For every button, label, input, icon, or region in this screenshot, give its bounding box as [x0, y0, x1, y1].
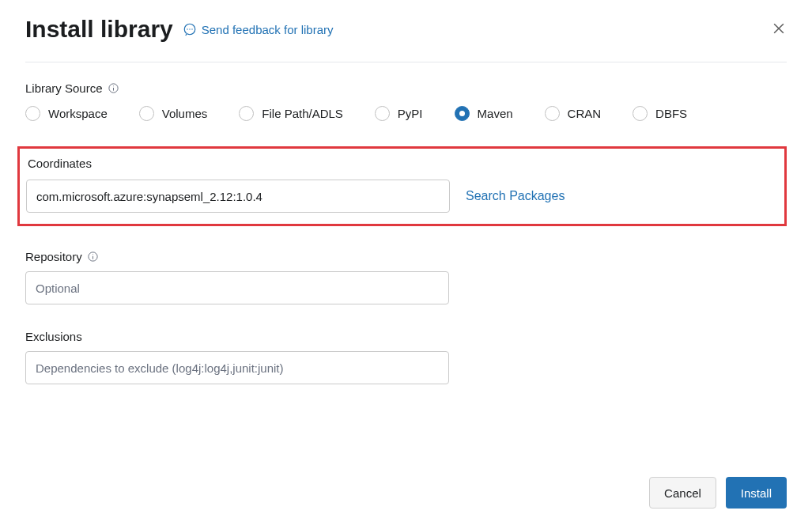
radio-icon — [375, 106, 390, 121]
exclusions-section: Exclusions — [25, 330, 787, 384]
coordinates-highlight: Coordinates Search Packages — [17, 146, 787, 226]
svg-point-1 — [187, 28, 187, 29]
radio-icon — [139, 106, 154, 121]
svg-point-3 — [191, 28, 192, 29]
coordinates-label: Coordinates — [28, 157, 778, 170]
dialog-title: Install library — [25, 16, 173, 43]
search-packages-link[interactable]: Search Packages — [466, 189, 565, 203]
coordinates-input[interactable] — [26, 180, 450, 213]
info-icon[interactable] — [87, 251, 99, 263]
info-icon[interactable] — [108, 82, 119, 94]
exclusions-label: Exclusions — [25, 330, 787, 343]
radio-icon — [633, 106, 648, 121]
radio-icon — [545, 106, 560, 121]
repository-section: Repository — [25, 250, 787, 304]
library-source-section: Library Source Workspace Volumes File Pa… — [25, 81, 787, 121]
svg-point-11 — [93, 254, 93, 255]
repository-label: Repository — [25, 250, 787, 263]
close-button[interactable] — [771, 21, 787, 40]
radio-volumes[interactable]: Volumes — [139, 106, 208, 121]
radio-dbfs[interactable]: DBFS — [633, 106, 687, 121]
install-button[interactable]: Install — [726, 477, 787, 509]
library-source-radio-group: Workspace Volumes File Path/ADLS PyPI Ma… — [25, 106, 787, 121]
dialog-footer: Cancel Install — [649, 477, 787, 509]
exclusions-input[interactable] — [25, 351, 449, 384]
feedback-icon — [183, 22, 197, 36]
dialog-header: Install library Send feedback for librar… — [25, 16, 787, 62]
radio-file-path-adls[interactable]: File Path/ADLS — [239, 106, 343, 121]
feedback-label: Send feedback for library — [202, 23, 334, 36]
radio-icon — [239, 106, 254, 121]
radio-icon-selected — [455, 106, 470, 121]
radio-cran[interactable]: CRAN — [545, 106, 602, 121]
library-source-label: Library Source — [25, 81, 787, 95]
svg-point-2 — [189, 28, 190, 29]
svg-point-8 — [113, 85, 114, 86]
radio-icon — [25, 106, 40, 121]
radio-workspace[interactable]: Workspace — [25, 106, 108, 121]
repository-input[interactable] — [25, 271, 449, 304]
close-icon — [771, 21, 787, 36]
cancel-button[interactable]: Cancel — [649, 477, 716, 509]
radio-pypi[interactable]: PyPI — [375, 106, 423, 121]
radio-maven[interactable]: Maven — [455, 106, 513, 121]
send-feedback-link[interactable]: Send feedback for library — [183, 22, 334, 36]
